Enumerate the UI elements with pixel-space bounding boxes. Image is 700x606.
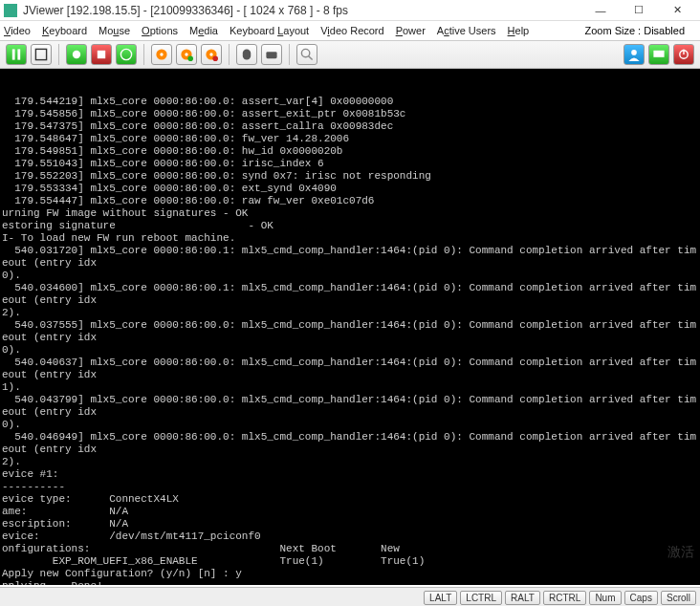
mouse-icon[interactable] — [236, 44, 257, 65]
menu-media[interactable]: Media — [189, 25, 218, 36]
svg-point-9 — [185, 53, 187, 55]
menu-keyboard-layout[interactable]: Keyboard Layout — [230, 25, 309, 36]
separator — [143, 44, 144, 65]
terminal-line: 540.034600] mlx5_core 0000:86:00.1: mlx5… — [2, 282, 700, 307]
fullscreen-icon[interactable] — [31, 44, 52, 65]
svg-point-10 — [187, 55, 193, 61]
svg-point-12 — [209, 53, 212, 55]
terminal-line: Apply new Configuration? (y/n) [n] : y — [2, 568, 700, 580]
user-icon[interactable] — [623, 44, 645, 65]
terminal[interactable]: 179.544219] mlx5_core 0000:86:00.0: asse… — [0, 69, 700, 585]
separator — [289, 44, 290, 65]
terminal-line: 179.548647] mlx5_core 0000:86:00.0: fw_v… — [2, 133, 700, 145]
keyboard-icon[interactable] — [261, 44, 282, 65]
terminal-line: 0). — [2, 419, 700, 431]
menu-mouse[interactable]: Mouse — [98, 25, 130, 36]
cd-green-icon[interactable] — [176, 44, 197, 65]
toolbar — [0, 40, 700, 69]
zoom-label: Zoom Size : Disabled — [584, 25, 685, 36]
terminal-line: evice type: ConnectX4LX — [2, 493, 700, 506]
status-key-scroll[interactable]: Scroll — [661, 591, 696, 605]
close-button[interactable]: ✕ — [658, 1, 696, 20]
menu-keyboard[interactable]: Keyboard — [42, 25, 87, 36]
terminal-line: 1). — [2, 381, 700, 394]
power-icon[interactable] — [673, 44, 694, 65]
terminal-line: evice: /dev/mst/mt4117_pciconf0 — [2, 530, 700, 543]
statusbar: LALT LCTRL RALT RCTRL Num Caps Scroll — [0, 587, 700, 606]
svg-rect-15 — [266, 52, 276, 58]
minimize-button[interactable]: — — [581, 1, 620, 20]
svg-point-18 — [631, 50, 637, 55]
terminal-line: 540.031720] mlx5_core 0000:86:00.1: mlx5… — [2, 245, 700, 270]
menu-video-record[interactable]: Video Record — [320, 25, 383, 36]
window-controls: — ☐ ✕ — [581, 1, 696, 20]
terminal-line: urning FW image without signatures - OK — [2, 207, 700, 220]
menu-power[interactable]: Power — [396, 25, 426, 36]
svg-rect-2 — [35, 49, 46, 59]
cd-icon[interactable] — [151, 44, 172, 65]
svg-point-5 — [120, 49, 131, 59]
terminal-line: 179.552203] mlx5_core 0000:86:00.0: synd… — [2, 170, 700, 183]
terminal-line: 179.554447] mlx5_core 0000:86:00.0: raw … — [2, 195, 700, 207]
record-settings-icon[interactable] — [116, 44, 137, 65]
terminal-line: I- To load new FW run reboot machine. — [2, 232, 700, 245]
menu-help[interactable]: Help — [508, 25, 530, 36]
record-stop-icon[interactable] — [91, 44, 112, 65]
terminal-line: 540.037555] mlx5_core 0000:86:00.0: mlx5… — [2, 319, 700, 344]
terminal-line: 0). — [2, 344, 700, 357]
maximize-button[interactable]: ☐ — [620, 1, 658, 20]
record-start-icon[interactable] — [66, 44, 87, 65]
status-key-lalt[interactable]: LALT — [424, 591, 457, 605]
terminal-line: 179.544219] mlx5_core 0000:86:00.0: asse… — [2, 96, 700, 108]
svg-line-17 — [308, 55, 312, 59]
svg-point-3 — [73, 51, 80, 58]
terminal-line: 179.545856] mlx5_core 0000:86:00.0: asse… — [2, 108, 700, 120]
terminal-line: escription: N/A — [2, 518, 700, 530]
terminal-line: ame: N/A — [2, 506, 700, 518]
svg-point-7 — [160, 53, 163, 55]
status-key-rctrl[interactable]: RCTRL — [543, 591, 586, 605]
terminal-line: 540.043799] mlx5_core 0000:86:00.0: mlx5… — [2, 394, 700, 419]
menu-video[interactable]: Video — [4, 25, 31, 36]
svg-rect-0 — [12, 49, 15, 59]
svg-rect-14 — [243, 49, 251, 59]
terminal-line: pplying... Done! — [2, 580, 700, 585]
titlebar: JViewer [192.198.15.5] - [210099336346] … — [0, 0, 700, 21]
terminal-line: 179.551043] mlx5_core 0000:86:00.0: iris… — [2, 158, 700, 170]
svg-point-13 — [212, 55, 218, 61]
status-key-ralt[interactable]: RALT — [505, 591, 540, 605]
terminal-line: EXP_ROM_UEFI_x86_ENABLE True(1) True(1) — [2, 555, 700, 568]
terminal-line: 540.040637] mlx5_core 0000:86:00.0: mlx5… — [2, 357, 700, 381]
terminal-line: 179.547375] mlx5_core 0000:86:00.0: asse… — [2, 120, 700, 133]
terminal-line: 540.046949] mlx5_core 0000:86:00.0: mlx5… — [2, 431, 700, 456]
terminal-line: ---------- — [2, 481, 700, 493]
status-key-num[interactable]: Num — [589, 591, 621, 605]
terminal-line: 179.553334] mlx5_core 0000:86:00.0: ext_… — [2, 183, 700, 195]
window-title: JViewer [192.198.15.5] - [210099336346] … — [23, 4, 581, 17]
terminal-line: estoring signature - OK — [2, 220, 700, 232]
status-key-caps[interactable]: Caps — [624, 591, 658, 605]
play-icon[interactable] — [6, 44, 27, 65]
svg-rect-1 — [17, 49, 20, 59]
menu-active-users[interactable]: Active Users — [437, 25, 496, 36]
terminal-line: 0). — [2, 270, 700, 282]
terminal-line: 2). — [2, 307, 700, 319]
menu-options[interactable]: Options — [142, 25, 178, 36]
app-icon — [4, 4, 17, 17]
svg-rect-19 — [653, 51, 664, 57]
terminal-line: onfigurations: Next Boot New — [2, 543, 700, 555]
menubar: Video Keyboard Mouse Options Media Keybo… — [0, 21, 700, 40]
terminal-line: 179.549851] mlx5_core 0000:86:00.0: hw_i… — [2, 145, 700, 158]
cd-red-icon[interactable] — [201, 44, 222, 65]
terminal-line: evice #1: — [2, 468, 700, 481]
terminal-line: 2). — [2, 456, 700, 468]
separator — [58, 44, 59, 65]
status-key-lctrl[interactable]: LCTRL — [460, 591, 502, 605]
svg-rect-4 — [98, 51, 105, 58]
separator — [229, 44, 230, 65]
search-icon[interactable] — [296, 44, 317, 65]
monitor-icon[interactable] — [648, 44, 669, 65]
